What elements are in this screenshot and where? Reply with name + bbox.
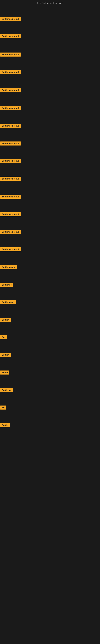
bottleneck-badge-19: Bot	[0, 335, 7, 339]
bottleneck-badge-17: Bottleneck r	[0, 300, 16, 304]
bottleneck-badge-13: Bottleneck result	[0, 230, 21, 234]
bottleneck-item-17[interactable]: Bottleneck r	[0, 300, 16, 305]
bottleneck-badge-23: Bo	[0, 406, 6, 410]
bottleneck-item-8[interactable]: Bottleneck result	[0, 142, 21, 146]
bottleneck-badge-7: Bottleneck result	[0, 124, 21, 128]
bottleneck-item-9[interactable]: Bottleneck result	[0, 159, 21, 164]
bottleneck-item-12[interactable]: Bottleneck result	[0, 212, 21, 217]
bottleneck-badge-20: Bottlen	[0, 353, 11, 357]
bottleneck-item-14[interactable]: Bottleneck result	[0, 247, 21, 252]
bottleneck-item-5[interactable]: Bottleneck result	[0, 88, 21, 93]
bottleneck-item-24[interactable]: Bottler	[0, 423, 10, 428]
bottleneck-item-19[interactable]: Bot	[0, 335, 7, 340]
bottleneck-badge-14: Bottleneck result	[0, 247, 21, 251]
bottleneck-badge-12: Bottleneck result	[0, 212, 21, 216]
bottleneck-badge-11: Bottleneck result	[0, 194, 21, 199]
bottleneck-badge-22: Bottlenec	[0, 388, 13, 392]
bottleneck-badge-8: Bottleneck result	[0, 142, 21, 146]
bottleneck-item-7[interactable]: Bottleneck result	[0, 124, 21, 128]
bottleneck-badge-15: Bottleneck re	[0, 265, 17, 269]
bottleneck-badge-10: Bottleneck result	[0, 177, 21, 181]
bottleneck-badge-24: Bottler	[0, 423, 10, 427]
bottleneck-item-3[interactable]: Bottleneck result	[0, 52, 21, 57]
bottleneck-item-16[interactable]: Bottlenec	[0, 283, 13, 288]
bottleneck-item-13[interactable]: Bottleneck result	[0, 230, 21, 235]
bottleneck-item-10[interactable]: Bottleneck result	[0, 177, 21, 182]
bottleneck-item-22[interactable]: Bottlenec	[0, 388, 13, 393]
site-title: TheBottlenecker.com	[37, 2, 63, 5]
bottleneck-item-6[interactable]: Bottleneck result	[0, 106, 21, 111]
bottleneck-item-23[interactable]: Bo	[0, 406, 6, 410]
bottleneck-item-15[interactable]: Bottleneck re	[0, 265, 17, 270]
bottleneck-item-4[interactable]: Bottleneck result	[0, 70, 21, 75]
site-header: TheBottlenecker.com	[0, 0, 100, 6]
bottleneck-item-2[interactable]: Bottleneck result	[0, 34, 21, 39]
bottleneck-item-11[interactable]: Bottleneck result	[0, 194, 21, 200]
bottleneck-item-18[interactable]: Bottlen	[0, 318, 11, 322]
bottleneck-badge-1: Bottleneck result	[0, 17, 21, 21]
bottleneck-badge-2: Bottleneck result	[0, 34, 21, 38]
bottleneck-badge-16: Bottlenec	[0, 283, 13, 287]
bottleneck-badge-5: Bottleneck result	[0, 88, 21, 92]
bottleneck-badge-6: Bottleneck result	[0, 106, 21, 110]
bottleneck-badge-18: Bottlen	[0, 318, 11, 322]
bottleneck-item-21[interactable]: Bottle	[0, 370, 9, 375]
bottleneck-badge-21: Bottle	[0, 370, 9, 374]
bottleneck-badge-4: Bottleneck result	[0, 70, 21, 74]
bottleneck-item-20[interactable]: Bottlen	[0, 353, 11, 358]
bottleneck-item-1[interactable]: Bottleneck result	[0, 17, 21, 22]
bottleneck-badge-3: Bottleneck result	[0, 52, 21, 56]
bottleneck-badge-9: Bottleneck result	[0, 159, 21, 163]
